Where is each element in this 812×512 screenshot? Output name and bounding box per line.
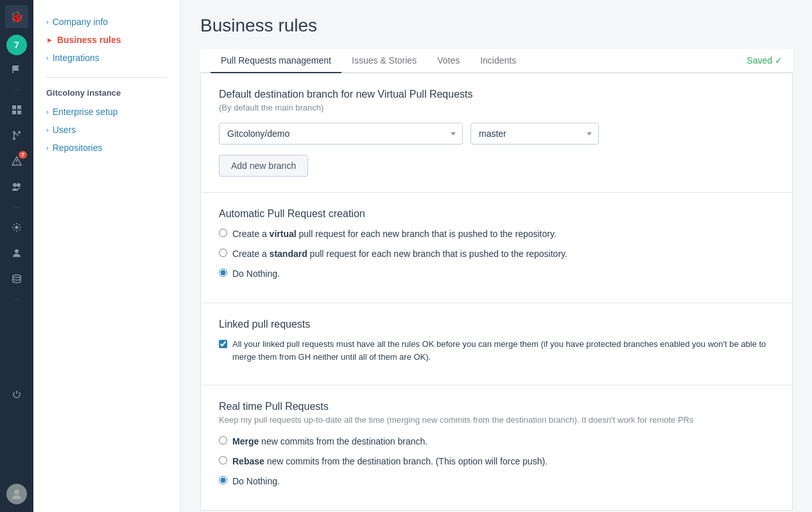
alert-badge: 7 [19,151,27,159]
section-title-linked-pr: Linked pull requests [219,319,774,330]
content-card: Default destination branch for new Virtu… [200,73,793,511]
radio-option-merge: Merge new commits from the destination b… [219,435,774,448]
nav-item-business-rules[interactable]: ► Business rules [33,31,180,49]
nav-divider [46,77,168,78]
tab-votes[interactable]: Votes [427,49,470,73]
home-icon[interactable]: 7 [6,35,27,55]
radio-virtual-label: Create a virtual pull request for each n… [232,227,557,241]
chevron-icon-4: › [46,126,49,134]
page-title: Business rules [200,15,793,36]
nav-section-gitcolony: Gitcolony instance › Enterprise setup › … [33,83,180,157]
radio-merge-label: Merge new commits from the destination b… [232,435,428,448]
svg-rect-3 [12,110,16,114]
nav-panel: › Company info ► Business rules › Integr… [33,0,181,512]
nav-item-company-info[interactable]: › Company info [33,13,180,31]
main-content: Business rules Pull Requests management … [181,0,812,512]
dots-separator-2: ··· [13,204,20,211]
branch-select[interactable]: master main develop [471,123,599,145]
nav-item-integrations[interactable]: › Integrations [33,49,180,67]
saved-badge: Saved ✓ [747,55,782,66]
settings-icon[interactable] [5,216,28,239]
radio-virtual[interactable] [219,229,227,237]
flag-icon[interactable] [5,58,28,81]
svg-point-11 [15,249,19,253]
icon-sidebar: 🐞 7 ··· 7 ··· ··· [0,0,33,512]
radio-option-rebase: Rebase new commits from the destination … [219,455,774,468]
branch-selectors: Gitcolony/demo master main develop [219,123,774,145]
chevron-icon-3: › [46,108,49,116]
svg-point-13 [14,490,19,495]
active-chevron-icon: ► [46,36,53,44]
checkbox-option-linked: All your linked pull requests must have … [219,338,774,363]
repo-select[interactable]: Gitcolony/demo [219,123,463,145]
svg-point-10 [15,226,19,229]
database-icon[interactable] [5,267,28,290]
dots-separator-3: ··· [13,296,20,303]
check-icon: ✓ [775,55,782,66]
radio-standard-label: Create a standard pull request for each … [232,247,567,261]
svg-point-8 [13,183,17,187]
radio-nothing2-label: Do Nothing. [232,475,280,488]
radio-rebase[interactable] [219,456,227,464]
chevron-icon-5: › [46,144,49,152]
branch-icon[interactable] [5,124,28,147]
nav-section-main: › Company info ► Business rules › Integr… [33,13,180,67]
power-icon[interactable] [5,383,28,406]
dots-separator-1: ··· [13,86,20,93]
radio-option-virtual: Create a virtual pull request for each n… [219,227,774,241]
tab-issues-stories[interactable]: Issues & Stories [341,49,427,73]
section-default-branch: Default destination branch for new Virtu… [201,73,792,193]
section-linked-pr: Linked pull requests All your linked pul… [201,303,792,385]
section-realtime-pr: Real time Pull Requests Keep my pull req… [201,385,792,510]
nav-item-repositories[interactable]: › Repositories [33,139,180,157]
section-title-realtime-pr: Real time Pull Requests [219,401,774,412]
radio-option-nothing: Do Nothing. [219,267,774,281]
radio-nothing[interactable] [219,269,227,277]
radio-option-nothing2: Do Nothing. [219,475,774,488]
group-icon[interactable] [5,175,28,199]
radio-nothing2[interactable] [219,476,227,484]
nav-group-label: Gitcolony instance [33,83,180,103]
tab-incidents[interactable]: Incidents [470,49,526,73]
svg-point-9 [17,183,21,187]
nav-item-enterprise-setup[interactable]: › Enterprise setup [33,103,180,121]
checkbox-linked-pr[interactable] [219,340,227,348]
radio-option-standard: Create a standard pull request for each … [219,247,774,261]
checkbox-linked-pr-label: All your linked pull requests must have … [232,338,774,363]
chevron-icon-2: › [46,54,49,62]
svg-rect-4 [17,110,21,114]
section-title-default-branch: Default destination branch for new Virtu… [219,89,774,100]
svg-point-7 [18,131,21,134]
section-subtitle-default-branch: (By default the main branch) [219,103,774,112]
section-subtitle-realtime-pr: Keep my pull requests up-to-date all the… [219,415,774,425]
team-icon[interactable] [5,242,28,265]
radio-merge[interactable] [219,436,227,445]
nav-item-users[interactable]: › Users [33,121,180,139]
tab-pull-requests[interactable]: Pull Requests management [211,49,341,73]
section-auto-pr: Automatic Pull Request creation Create a… [201,193,792,303]
svg-rect-1 [12,105,16,109]
section-title-auto-pr: Automatic Pull Request creation [219,208,774,220]
svg-point-12 [13,275,21,278]
radio-rebase-label: Rebase new commits from the destination … [232,455,548,468]
tabs-bar: Pull Requests management Issues & Storie… [200,49,793,73]
radio-nothing-label: Do Nothing. [232,267,280,281]
chevron-icon: › [46,18,49,26]
app-logo[interactable]: 🐞 [5,5,28,28]
radio-standard[interactable] [219,249,227,257]
alert-icon[interactable]: 7 [5,150,28,173]
svg-rect-2 [17,105,21,109]
svg-point-6 [13,137,15,140]
user-avatar[interactable] [6,484,27,504]
add-branch-button[interactable]: Add new branch [219,155,308,177]
dashboard-icon[interactable] [5,98,28,121]
